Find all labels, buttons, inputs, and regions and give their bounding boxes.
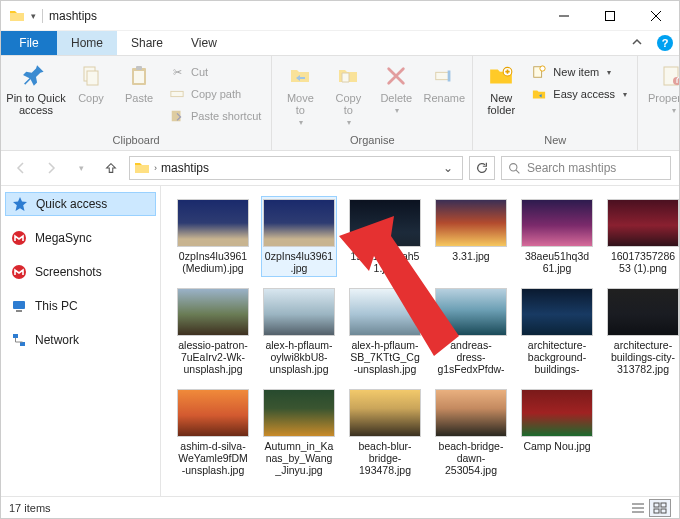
- file-name: alessio-patron-7uEaIrv2-Wk-unsplash.jpg: [178, 339, 248, 375]
- easy-access-button[interactable]: Easy access ▾: [527, 84, 631, 104]
- ribbon-collapse-button[interactable]: [623, 31, 651, 55]
- address-dropdown-button[interactable]: ⌄: [438, 161, 458, 175]
- folder-icon: [134, 160, 150, 176]
- move-to-button[interactable]: Move to ▾: [278, 60, 322, 129]
- copy-button[interactable]: Copy: [69, 60, 113, 106]
- file-thumbnail: [349, 389, 421, 437]
- properties-icon: [658, 62, 679, 90]
- file-item[interactable]: architecture-buildings-city-313782.jpg: [605, 285, 679, 378]
- new-item-button[interactable]: New item ▾: [527, 62, 631, 82]
- file-item[interactable]: beach-blur-bridge-193478.jpg: [347, 386, 423, 479]
- folder-icon: [9, 8, 25, 24]
- file-name: beach-blur-bridge-193478.jpg: [350, 440, 420, 476]
- properties-button[interactable]: Properties ▾: [644, 60, 679, 117]
- svg-rect-41: [661, 509, 666, 513]
- file-item[interactable]: alessio-patron-7uEaIrv2-Wk-unsplash.jpg: [175, 285, 251, 378]
- nav-up-button[interactable]: [99, 156, 123, 180]
- delete-icon: [381, 62, 411, 90]
- ribbon-title-open: Open: [644, 134, 679, 150]
- file-item[interactable]: 3.31.jpg: [433, 196, 509, 277]
- paste-shortcut-button[interactable]: Paste shortcut: [165, 106, 265, 126]
- move-to-icon: [285, 62, 315, 90]
- maximize-button[interactable]: [587, 1, 633, 31]
- sidebar-item-this-pc[interactable]: This PC: [5, 294, 156, 318]
- file-item[interactable]: Autumn_in_Kanas_by_Wang_Jinyu.jpg: [261, 386, 337, 479]
- address-bar[interactable]: › mashtips ⌄: [129, 156, 463, 180]
- sidebar-item-quick-access[interactable]: Quick access: [5, 192, 156, 216]
- cut-button[interactable]: ✂ Cut: [165, 62, 265, 82]
- thumbnails-view-button[interactable]: [649, 499, 671, 517]
- tab-view[interactable]: View: [177, 31, 231, 55]
- search-box[interactable]: Search mashtips: [501, 156, 671, 180]
- svg-rect-33: [13, 301, 25, 309]
- new-folder-icon: [486, 62, 516, 90]
- chevron-down-icon: ▾: [607, 68, 611, 77]
- refresh-button[interactable]: [469, 156, 495, 180]
- search-placeholder: Search mashtips: [527, 161, 616, 175]
- scissors-icon: ✂: [169, 64, 185, 80]
- svg-point-30: [510, 163, 517, 170]
- details-view-button[interactable]: [627, 499, 649, 517]
- new-folder-button[interactable]: New folder: [479, 60, 523, 118]
- sidebar-item-megasync[interactable]: MegaSync: [5, 226, 156, 250]
- nav-forward-button[interactable]: [39, 156, 63, 180]
- chevron-down-icon: ▾: [395, 106, 399, 115]
- close-button[interactable]: [633, 1, 679, 31]
- tab-share[interactable]: Share: [117, 31, 177, 55]
- ribbon-title-organise: Organise: [278, 134, 466, 150]
- breadcrumb-location[interactable]: mashtips: [161, 161, 209, 175]
- file-name: architecture-background-buildings-218983…: [522, 339, 592, 375]
- title-separator: [42, 9, 43, 23]
- status-bar: 17 items: [1, 496, 679, 518]
- file-item[interactable]: architecture-background-buildings-218983…: [519, 285, 595, 378]
- svg-rect-0: [606, 11, 615, 20]
- copy-path-button[interactable]: Copy path: [165, 84, 265, 104]
- file-item[interactable]: 1s6v1ee75ah51.jpg: [347, 196, 423, 277]
- file-item[interactable]: 1601735728653 (1).png: [605, 196, 679, 277]
- sidebar-item-screenshots[interactable]: Screenshots: [5, 260, 156, 284]
- file-item[interactable]: 0zpIns4lu3961.jpg: [261, 196, 337, 277]
- file-name: Camp Nou.jpg: [523, 440, 590, 452]
- file-item[interactable]: alex-h-pflaum-oylwi8kbU8-unsplash.jpg: [261, 285, 337, 378]
- paste-button[interactable]: Paste: [117, 60, 161, 106]
- chevron-down-icon: ▾: [672, 106, 676, 115]
- delete-button[interactable]: Delete ▾: [374, 60, 418, 117]
- help-icon: ?: [657, 35, 673, 51]
- chevron-right-icon[interactable]: ›: [154, 163, 157, 173]
- file-list[interactable]: 0zpIns4lu3961 (Medium).jpg0zpIns4lu3961.…: [161, 186, 679, 496]
- file-name: 0zpIns4lu3961 (Medium).jpg: [178, 250, 248, 274]
- file-thumbnail: [435, 389, 507, 437]
- file-item[interactable]: andreas-dress-g1sFedxPfdw-unsplash.jpg: [433, 285, 509, 378]
- nav-history-button[interactable]: ▾: [69, 156, 93, 180]
- file-name: andreas-dress-g1sFedxPfdw-unsplash.jpg: [436, 339, 506, 375]
- search-icon: [508, 162, 521, 175]
- file-name: 38aeu51hq3d61.jpg: [522, 250, 592, 274]
- file-thumbnail: [177, 389, 249, 437]
- sidebar-item-network[interactable]: Network: [5, 328, 156, 352]
- easy-access-icon: [531, 86, 547, 102]
- file-item[interactable]: 0zpIns4lu3961 (Medium).jpg: [175, 196, 251, 277]
- file-item[interactable]: Camp Nou.jpg: [519, 386, 595, 479]
- copy-to-button[interactable]: Copy to ▾: [326, 60, 370, 129]
- file-thumbnail: [177, 199, 249, 247]
- ribbon-group-organise: Move to ▾ Copy to ▾ Delete ▾: [272, 56, 473, 150]
- pin-to-quick-access-button[interactable]: Pin to Quick access: [7, 60, 65, 118]
- rename-button[interactable]: Rename: [422, 60, 466, 106]
- file-item[interactable]: 38aeu51hq3d61.jpg: [519, 196, 595, 277]
- chevron-down-icon: ▾: [347, 118, 351, 127]
- file-name: ashim-d-silva-WeYamle9fDM-unsplash.jpg: [178, 440, 248, 476]
- file-thumbnail: [263, 288, 335, 336]
- minimize-button[interactable]: [541, 1, 587, 31]
- file-item[interactable]: ashim-d-silva-WeYamle9fDM-unsplash.jpg: [175, 386, 251, 479]
- tab-file[interactable]: File: [1, 31, 57, 55]
- ribbon-group-new: New folder New item ▾ Easy access ▾: [473, 56, 638, 150]
- file-item[interactable]: beach-bridge-dawn-253054.jpg: [433, 386, 509, 479]
- file-item[interactable]: alex-h-pflaum-SB_7KTtG_Cg-unsplash.jpg: [347, 285, 423, 378]
- chevron-down-icon: ▾: [623, 90, 627, 99]
- qa-dropdown-icon[interactable]: ▾: [31, 11, 36, 21]
- tab-home[interactable]: Home: [57, 31, 117, 55]
- item-count: 17 items: [9, 502, 51, 514]
- nav-back-button[interactable]: [9, 156, 33, 180]
- ribbon-group-open: Properties ▾ Open ▾ Edit: [638, 56, 679, 150]
- help-button[interactable]: ?: [651, 31, 679, 55]
